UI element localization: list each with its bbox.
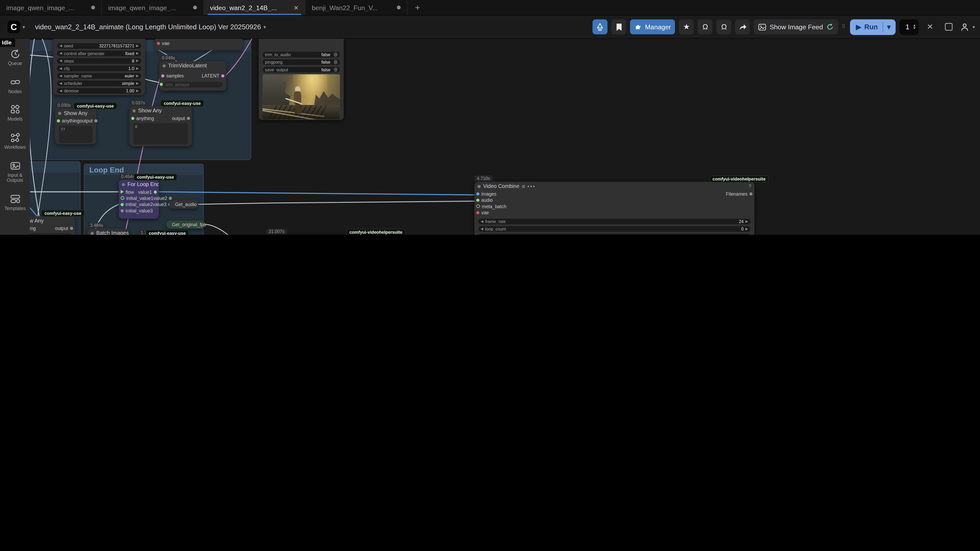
widget-denoise[interactable]: ◀denoise1.00▶ bbox=[57, 88, 142, 94]
bookmark-button[interactable] bbox=[611, 19, 626, 34]
input-port-initial_value3[interactable]: initial_value3 bbox=[121, 208, 153, 213]
node-pack-badge: comfyui-easy-use bbox=[146, 230, 189, 235]
workflow-title-chevron-icon[interactable]: ▾ bbox=[263, 24, 266, 30]
input-port-initial_value2[interactable]: initial_value2 bbox=[121, 202, 153, 207]
text-output-area[interactable]: 8 bbox=[133, 123, 188, 144]
run-options-chevron-icon[interactable]: ▾ bbox=[883, 23, 894, 31]
drag-handle[interactable]: ⠿ bbox=[842, 25, 846, 28]
widget-trim_amount[interactable]: trim_amount bbox=[163, 81, 223, 87]
batch-count-input[interactable]: 1 ▲▼ bbox=[899, 19, 919, 35]
widget-seed[interactable]: ◀seed322717811573271▶ bbox=[57, 43, 142, 49]
output-port-LATENT[interactable]: LATENT bbox=[202, 73, 224, 78]
widget-scheduler[interactable]: ◀schedulersimple▶ bbox=[57, 80, 142, 86]
close-tab-icon[interactable]: ✕ bbox=[293, 4, 299, 11]
node-timing-label: 0.030s bbox=[55, 103, 73, 108]
input-port-anything[interactable]: anything bbox=[57, 118, 80, 123]
node-graph-canvas[interactable]: Loop Ends input videos)◀seed322717811573… bbox=[0, 39, 980, 235]
vae-input-node-fragment[interactable]: vae bbox=[155, 39, 243, 50]
sidebar-item-templates[interactable]: Templates bbox=[0, 194, 30, 211]
video-preview[interactable] bbox=[262, 74, 340, 119]
output-port-value3[interactable]: value3 bbox=[153, 202, 172, 207]
widget-sampler_name[interactable]: ◀sampler_nameeuler▶ bbox=[57, 73, 142, 78]
tab-benji-wan22[interactable]: benji_Wan22_Fun_V... bbox=[306, 0, 408, 15]
close-x-icon: ✕ bbox=[927, 23, 933, 30]
sidebar-item-models[interactable]: Models bbox=[0, 105, 30, 122]
node-title: Get_original_fps bbox=[172, 222, 206, 227]
interrupt-button[interactable]: ✕ bbox=[923, 19, 937, 34]
trim-video-latent-node-top[interactable]: 0.049sTrimVideoLatentsamplesLATENTtrim_a… bbox=[159, 61, 226, 91]
input-port-meta_batch[interactable]: meta_batch bbox=[476, 203, 506, 209]
show-any-node-1[interactable]: 0.030scomfyui-easy-useShow Anyanythingou… bbox=[55, 109, 96, 144]
sidebar-item-workflows[interactable]: Workflows bbox=[0, 132, 30, 150]
omega-button-1[interactable]: Ω bbox=[698, 19, 713, 34]
widget-steps[interactable]: ◀steps8▶ bbox=[57, 58, 142, 64]
run-button[interactable]: ▶Run ▾ bbox=[850, 19, 896, 35]
show-any-node-2[interactable]: 0.037scomfyui-easy-useShow Anyanythingou… bbox=[129, 106, 192, 146]
omega-button-2[interactable]: Ω bbox=[717, 19, 732, 34]
templates-layout-icon bbox=[10, 194, 20, 204]
input-port-initial_value1[interactable]: initial_value1 bbox=[121, 195, 153, 201]
batch-images-node[interactable]: 3.484sBatch Imagesimage1IMAGEimage2 bbox=[88, 229, 129, 235]
text-output-area[interactable]: 77 bbox=[59, 125, 93, 143]
tab-video-wan-active[interactable]: video_wan2_2_14B_... ✕ bbox=[204, 0, 306, 15]
input-port-samples[interactable]: samples bbox=[161, 73, 184, 78]
node-timing-label: 4.710s bbox=[474, 175, 492, 181]
widget-pingpong[interactable]: pingpongfalse bbox=[262, 59, 340, 65]
node-help-icon[interactable]: ? bbox=[749, 183, 751, 189]
sampler-settings-node[interactable]: ◀seed322717811573271▶◀control after gene… bbox=[53, 39, 145, 95]
new-tab-button[interactable]: + bbox=[407, 0, 428, 15]
increment-icon: ▶ bbox=[136, 51, 139, 55]
widget-trim_to_audio[interactable]: trim_to_audiofalse bbox=[262, 52, 340, 57]
decrement-icon: ◀ bbox=[59, 44, 62, 48]
output-port-output[interactable]: output bbox=[55, 225, 73, 231]
workflow-title[interactable]: video_wan2_2_14B_animate (Long Length Un… bbox=[35, 23, 261, 30]
for-loop-end-node[interactable]: 0.454scomfyui-easy-useFor Loop Endflowva… bbox=[119, 180, 159, 219]
input-port-flow[interactable]: flow bbox=[121, 189, 134, 195]
input-port-vae[interactable]: vae bbox=[157, 40, 169, 46]
show-image-feed-button[interactable]: Show Image Feed bbox=[754, 19, 838, 34]
tab-image-qwen-2[interactable]: image_qwen_image_... bbox=[102, 0, 204, 15]
play-icon: ▶ bbox=[856, 23, 861, 31]
video-combine-node-right[interactable]: 4.710scomfyui-videohelpersuiteVideo Comb… bbox=[474, 182, 754, 235]
widget-control-after-generate[interactable]: ◀control after generatefixed▶ bbox=[57, 50, 142, 56]
output-port-output[interactable]: output bbox=[172, 115, 190, 121]
sidebar-item-nodes[interactable]: Nodes bbox=[0, 77, 30, 94]
video-combine-node-top[interactable]: trim_to_audiofalsepingpongfalsesave_outp… bbox=[259, 39, 344, 120]
input-port-vae[interactable]: vae bbox=[476, 210, 488, 215]
node-timing-label: 21.007s bbox=[266, 229, 287, 234]
widget-frame_rate[interactable]: ◀frame_rate24▶ bbox=[478, 218, 751, 224]
output-port-output[interactable]: output bbox=[80, 118, 98, 123]
increment-icon: ▶ bbox=[745, 219, 748, 223]
share-button[interactable] bbox=[735, 19, 750, 34]
tab-image-qwen-1[interactable]: image_qwen_image_... bbox=[0, 0, 102, 15]
widget-filename_prefix[interactable]: filename_prefixwan_native bbox=[478, 233, 751, 235]
widget-loop_count[interactable]: ◀loop_count0▶ bbox=[478, 226, 751, 232]
image-gallery-icon bbox=[10, 160, 20, 171]
stepper-arrows-icon[interactable]: ▲▼ bbox=[913, 24, 916, 30]
get-original-fps-node[interactable]: Get_original_fps bbox=[166, 221, 205, 229]
sidebar-item-input-outputs[interactable]: Input & Outputs bbox=[0, 160, 30, 183]
output-port-Filenames[interactable]: Filenames bbox=[726, 191, 752, 197]
image-feed-icon bbox=[759, 24, 767, 30]
sidebar-item-queue[interactable]: Queue bbox=[0, 49, 30, 67]
get-audio-node[interactable]: Get_audio bbox=[169, 200, 198, 209]
user-button[interactable]: ▾ bbox=[960, 19, 975, 34]
input-port-anything[interactable]: anything bbox=[131, 115, 154, 121]
increment-icon: ▶ bbox=[136, 89, 139, 93]
widget-cfg[interactable]: ◀cfg1.0▶ bbox=[57, 65, 142, 71]
figure-silhouette bbox=[292, 86, 304, 114]
star-button[interactable]: ★ bbox=[679, 19, 694, 34]
graph-view-button[interactable] bbox=[593, 19, 608, 34]
bookmark-icon bbox=[616, 23, 622, 31]
maximize-button[interactable] bbox=[941, 19, 956, 34]
comfyui-logo[interactable]: C bbox=[8, 21, 20, 33]
browser-tab-bar: image_qwen_image_... image_qwen_image_..… bbox=[0, 0, 980, 16]
manager-button[interactable]: Manager bbox=[630, 19, 675, 34]
input-port-images[interactable]: images bbox=[476, 191, 496, 197]
input-port-audio[interactable]: audio bbox=[476, 197, 493, 203]
output-port-value1[interactable]: value1 bbox=[138, 189, 157, 195]
logo-menu-chevron-icon[interactable]: ▾ bbox=[22, 24, 25, 30]
widget-save_output[interactable]: save_outputfalse bbox=[262, 67, 340, 72]
workflow-icon bbox=[596, 22, 605, 31]
output-port-value2[interactable]: value2 bbox=[153, 195, 172, 201]
